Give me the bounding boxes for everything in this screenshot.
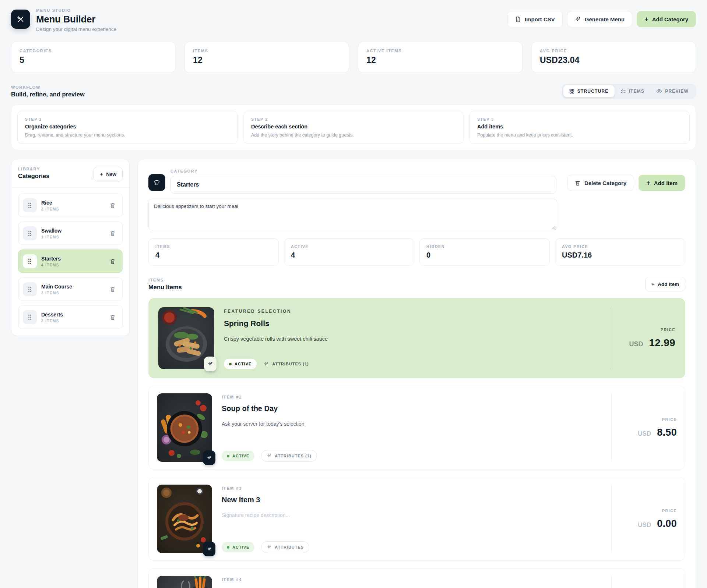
delete-category-icon-button[interactable] bbox=[108, 201, 117, 210]
category-editor: CATEGORY Delete Category + Add Item Deli… bbox=[138, 159, 696, 588]
sidebar-item-desserts[interactable]: Desserts 2 ITEMS bbox=[18, 305, 123, 329]
divider bbox=[11, 187, 129, 188]
status-badge[interactable]: ACTIVE bbox=[222, 451, 254, 461]
delete-category-icon-button[interactable] bbox=[108, 285, 117, 294]
attributes-badge[interactable]: ATTRIBUTES (1) bbox=[261, 450, 317, 462]
drag-handle-icon[interactable] bbox=[23, 282, 37, 296]
menu-item-card-featured[interactable]: FEATURED SELECTION Spring Rolls Crispy v… bbox=[148, 298, 685, 378]
category-name-field: CATEGORY bbox=[170, 169, 556, 194]
drag-handle-icon[interactable] bbox=[23, 226, 37, 240]
attributes-badge[interactable]: ATTRIBUTES bbox=[261, 541, 309, 553]
menu-item-card-4[interactable]: ITEM #4 Item name bbox=[148, 568, 685, 588]
price-amount: 0.00 bbox=[657, 518, 677, 529]
app-header: MENU STUDIO Menu Builder Design your dig… bbox=[11, 8, 696, 32]
tab-preview[interactable]: PREVIEW bbox=[650, 85, 694, 97]
item-thumbnail bbox=[158, 307, 214, 369]
sparkle-badge-icon[interactable] bbox=[203, 542, 215, 556]
price-label: PRICE bbox=[661, 327, 675, 332]
item-eyebrow: ITEM #4 bbox=[222, 577, 602, 582]
item-badges: ACTIVE ATTRIBUTES (1) bbox=[222, 443, 602, 462]
stat-label: CATEGORIES bbox=[20, 49, 167, 53]
tab-structure-label: STRUCTURE bbox=[577, 89, 609, 94]
item-badges: ACTIVE ATTRIBUTES (1) bbox=[224, 351, 600, 369]
sidebar-item-rice[interactable]: Rice 2 ITEMS bbox=[18, 194, 123, 217]
document-icon bbox=[515, 16, 521, 22]
item-name: New Item 3 bbox=[222, 496, 602, 504]
category-name-input[interactable] bbox=[170, 176, 556, 194]
item-eyebrow: ITEM #3 bbox=[222, 486, 602, 490]
import-csv-button[interactable]: Import CSV bbox=[507, 11, 563, 27]
sparkle-badge-icon[interactable] bbox=[203, 450, 215, 465]
item-badges: ACTIVE ATTRIBUTES bbox=[222, 534, 602, 553]
price-row: USD 8.50 bbox=[638, 427, 677, 438]
category-description-input[interactable]: Delicious appetizers to start your meal bbox=[148, 199, 557, 230]
category-stat-avg-price: AVG PRICE USD7.16 bbox=[555, 238, 685, 266]
sparkle-icon bbox=[263, 361, 269, 367]
drag-handle-icon[interactable] bbox=[23, 310, 37, 324]
item-thumbnail bbox=[157, 576, 212, 588]
attributes-badge[interactable]: ATTRIBUTES (1) bbox=[263, 361, 309, 367]
delete-category-icon-button[interactable] bbox=[108, 229, 117, 238]
featured-sparkle-badge-icon[interactable] bbox=[204, 357, 217, 371]
price-amount: 8.50 bbox=[657, 427, 677, 438]
item-description-placeholder[interactable]: Signature recipe description... bbox=[222, 512, 602, 518]
category-count: 1 ITEMS bbox=[41, 235, 61, 239]
page-subtitle: Design your digital menu experience bbox=[36, 26, 116, 32]
new-category-button[interactable]: + New bbox=[94, 167, 123, 181]
status-badge[interactable]: ACTIVE bbox=[222, 542, 254, 552]
price-label: PRICE bbox=[662, 417, 677, 422]
item-body: ITEM #2 Soup of the Day Ask your server … bbox=[222, 393, 602, 462]
category-stat-hidden: HIDDEN 0 bbox=[419, 238, 550, 266]
status-dot-icon bbox=[227, 455, 229, 457]
sparkle-icon bbox=[267, 453, 272, 458]
sidebar-item-swallow[interactable]: Swallow 1 ITEMS bbox=[18, 222, 123, 245]
stat-value: USD7.16 bbox=[562, 251, 678, 259]
step-card-2: STEP 2 Describe each section Add the sto… bbox=[243, 111, 464, 144]
status-dot-icon bbox=[229, 363, 232, 365]
step-title: Describe each section bbox=[251, 124, 456, 130]
tab-structure[interactable]: STRUCTURE bbox=[563, 85, 615, 97]
add-category-button[interactable]: + Add Category bbox=[637, 11, 696, 27]
status-label: ACTIVE bbox=[232, 545, 249, 549]
editor-header: CATEGORY Delete Category + Add Item bbox=[148, 169, 685, 194]
category-text: Swallow 1 ITEMS bbox=[41, 228, 61, 239]
delete-category-icon-button[interactable] bbox=[108, 257, 117, 266]
crossed-utensils-icon bbox=[16, 14, 25, 24]
step-desc: Drag, rename, and structure your menu se… bbox=[25, 132, 230, 138]
library-title: Categories bbox=[18, 173, 49, 180]
price-row: USD 12.99 bbox=[629, 337, 675, 349]
menu-item-card-3[interactable]: ITEM #3 New Item 3 Signature recipe desc… bbox=[148, 477, 685, 561]
price-row: USD 0.00 bbox=[638, 518, 677, 529]
grid-icon bbox=[569, 89, 574, 94]
item-price-column bbox=[611, 576, 677, 588]
menu-items-header-text: ITEMS Menu Items bbox=[148, 278, 182, 291]
status-badge[interactable]: ACTIVE bbox=[224, 359, 257, 369]
tab-items[interactable]: ITEMS bbox=[615, 85, 651, 97]
stat-value: 12 bbox=[193, 55, 341, 65]
sidebar-item-main-course[interactable]: Main Course 3 ITEMS bbox=[18, 277, 123, 301]
plus-icon: + bbox=[646, 180, 650, 186]
status-label: ACTIVE bbox=[232, 454, 249, 458]
add-item-button[interactable]: + Add Item bbox=[639, 175, 685, 191]
plus-icon: + bbox=[651, 281, 654, 287]
stat-card-avg-price: AVG PRICE USD23.04 bbox=[531, 42, 696, 73]
step-title: Add items bbox=[477, 124, 682, 130]
drag-handle-icon[interactable] bbox=[23, 254, 37, 268]
menu-item-card-2[interactable]: ITEM #2 Soup of the Day Ask your server … bbox=[148, 386, 685, 470]
step-eyebrow: STEP 2 bbox=[251, 117, 456, 121]
stat-value: 12 bbox=[366, 55, 514, 65]
step-title: Organize categories bbox=[25, 124, 230, 130]
app-eyebrow: MENU STUDIO bbox=[36, 8, 116, 13]
step-eyebrow: STEP 3 bbox=[477, 117, 682, 121]
attributes-label: ATTRIBUTES (1) bbox=[275, 454, 311, 458]
view-tabs: STRUCTURE ITEMS PREVIEW bbox=[562, 84, 696, 99]
category-name: Rice bbox=[41, 200, 59, 206]
delete-category-icon-button[interactable] bbox=[108, 313, 117, 322]
delete-category-button[interactable]: Delete Category bbox=[567, 175, 634, 191]
generate-menu-button[interactable]: Generate Menu bbox=[567, 11, 632, 27]
add-item-secondary-button[interactable]: + Add Item bbox=[645, 277, 685, 291]
sidebar-item-starters[interactable]: Starters 4 ITEMS bbox=[18, 249, 123, 273]
drag-handle-icon[interactable] bbox=[23, 198, 37, 212]
stat-value: USD23.04 bbox=[540, 55, 687, 65]
stat-label: HIDDEN bbox=[426, 244, 543, 249]
